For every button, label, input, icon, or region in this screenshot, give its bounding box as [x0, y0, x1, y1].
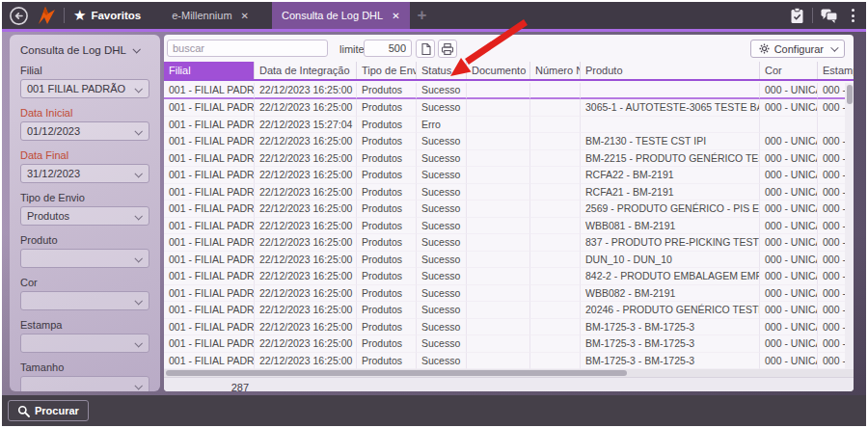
tab-consulta-log-dhl[interactable]: Consulta de Log DHL ✕ [272, 2, 410, 29]
field-label-estampa: Estampa [20, 319, 149, 331]
table-cell: BM-1725-3 - BM-1725-3 [581, 335, 760, 352]
column-header-tipo-de-envio[interactable]: Tipo de Envio [357, 62, 417, 79]
table-row[interactable]: 001 - FILIAL PADRÃO22/12/2023 16:25:00Pr… [164, 302, 854, 318]
clipboard-check-icon[interactable] [789, 7, 805, 25]
table-cell [581, 83, 760, 99]
select-estampa[interactable] [20, 334, 149, 353]
table-cell: Sucesso [417, 335, 467, 352]
select-value: 001 FILIAL PADRÃO [27, 83, 125, 94]
table-row[interactable]: 001 - FILIAL PADRÃO22/12/2023 16:25:00Pr… [164, 234, 854, 251]
chat-bubbles-icon[interactable] [820, 8, 839, 24]
close-icon[interactable]: ✕ [392, 11, 399, 21]
table-header: FilialData de IntegraçãoTipo de EnvioSta… [164, 62, 854, 81]
table-row[interactable]: 001 - FILIAL PADRÃO22/12/2023 16:25:00Pr… [164, 133, 854, 149]
table-row[interactable]: 001 - FILIAL PADRÃO22/12/2023 16:25:00Pr… [164, 268, 854, 284]
limit-input[interactable] [364, 40, 412, 57]
table-cell: Produtos [357, 285, 417, 302]
panel-title[interactable]: Consulta de Log DHL [20, 44, 149, 56]
table-row[interactable]: 001 - FILIAL PADRÃO22/12/2023 16:25:00Pr… [164, 353, 854, 369]
table-cell: 001 - FILIAL PADRÃO [164, 184, 255, 201]
table-cell: 000 - UNICA [760, 285, 818, 302]
table-cell [467, 201, 530, 217]
table-row[interactable]: 001 - FILIAL PADRÃO22/12/2023 16:25:00Pr… [164, 218, 854, 234]
column-header-estampa[interactable]: Estampa [818, 62, 854, 79]
table-cell [467, 252, 530, 268]
table-cell: 000 - UNICA [760, 268, 818, 284]
table-cell: 001 - FILIAL PADRÃO [164, 201, 255, 217]
select-filial[interactable]: 001 FILIAL PADRÃO [20, 79, 149, 98]
new-tab-icon[interactable]: + [418, 6, 427, 25]
table-cell: 000 - UNICA [760, 184, 818, 201]
table-cell: 001 - FILIAL PADRÃO [164, 234, 255, 251]
table-cell [530, 335, 581, 352]
export-document-icon[interactable] [416, 40, 435, 58]
table-cell [530, 184, 581, 201]
table-row[interactable]: 001 - FILIAL PADRÃO22/12/2023 16:25:00Pr… [164, 83, 854, 99]
table-row[interactable]: 001 - FILIAL PADRÃO22/12/2023 16:25:00Pr… [164, 335, 854, 352]
column-header-produto[interactable]: Produto [581, 62, 760, 79]
table-cell: 001 - FILIAL PADRÃO [164, 335, 255, 352]
table-row[interactable]: 001 - FILIAL PADRÃO22/12/2023 16:25:00Pr… [164, 184, 854, 201]
configure-button[interactable]: Configurar [750, 40, 845, 58]
table-cell: 3065-1 - AUTOTESTE-3065 TESTE BARRA 1 [581, 99, 760, 116]
table-row[interactable]: 001 - FILIAL PADRÃO22/12/2023 16:25:00Pr… [164, 150, 854, 167]
configure-label: Configurar [774, 43, 824, 55]
table-cell: 837 - PRODUTO PRE-PICKING TESTE [581, 234, 760, 251]
column-header-documento[interactable]: Documento [467, 62, 530, 79]
select-data-final[interactable]: 31/12/2023 [20, 164, 149, 183]
column-header-status[interactable]: Status [417, 62, 467, 79]
table-cell: 000 - UNICA [760, 99, 818, 116]
select-tamanho[interactable] [20, 376, 149, 391]
chevron-down-icon [134, 254, 142, 262]
table-row[interactable]: 001 - FILIAL PADRÃO22/12/2023 16:25:00Pr… [164, 252, 854, 268]
print-icon[interactable] [438, 40, 457, 58]
column-header-cor[interactable]: Cor [760, 62, 818, 79]
table-cell [467, 353, 530, 369]
horizontal-scrollbar[interactable] [164, 369, 854, 377]
select-cor[interactable] [20, 291, 149, 310]
table-cell: 842-2 - PRODUTO EMBALAGEM EMPILHAVE... [581, 268, 760, 284]
close-icon[interactable]: ✕ [241, 11, 249, 21]
table-cell: 000 - UNICA [760, 302, 818, 318]
table-cell: Sucesso [417, 252, 467, 268]
table-cell: 2569 - PRODUTO GENÉRICO - PIS E COFINS 0… [581, 201, 760, 217]
table-cell: 22/12/2023 16:25:00 [255, 285, 357, 302]
table-cell: RCFA21 - BM-2191 [581, 184, 760, 201]
select-tipo-de-envio[interactable]: Produtos [20, 206, 149, 226]
favorites-label[interactable]: Favoritos [91, 10, 141, 21]
column-header-data-de-integracao[interactable]: Data de Integração [255, 62, 357, 79]
search-submit-button[interactable]: Procurar [8, 400, 89, 421]
table-row[interactable]: 001 - FILIAL PADRÃO22/12/2023 16:25:00Pr… [164, 319, 854, 335]
table-cell: Sucesso [417, 218, 467, 234]
table-cell [467, 218, 530, 234]
divider [812, 8, 813, 23]
select-data-inicial[interactable]: 01/12/2023 [20, 121, 149, 141]
back-icon[interactable] [9, 6, 29, 26]
kebab-menu-icon[interactable] [848, 9, 858, 22]
scrollbar-thumb[interactable] [166, 370, 627, 376]
filter-sidebar: Consulta de Log DHL Filial001 FILIAL PAD… [10, 35, 160, 391]
chevron-down-icon [134, 339, 142, 347]
tab-e-millennium[interactable]: e-Millennium ✕ [162, 2, 258, 29]
table-row[interactable]: 001 - FILIAL PADRÃO22/12/2023 16:25:00Pr… [164, 167, 854, 183]
table-row[interactable]: 001 - FILIAL PADRÃO22/12/2023 16:25:00Pr… [164, 285, 854, 302]
star-icon[interactable]: ★ [73, 7, 86, 24]
column-header-filial[interactable]: Filial [164, 62, 255, 79]
table-cell: WBB081 - BM-2191 [581, 218, 760, 234]
field-label-data-inicial: Data Inicial [20, 107, 149, 119]
search-input[interactable] [167, 40, 328, 57]
select-value: 31/12/2023 [27, 168, 80, 179]
column-header-numero-no[interactable]: Número No... [530, 62, 581, 79]
scrollbar-thumb[interactable] [847, 85, 853, 104]
millennium-logo-icon[interactable] [36, 5, 57, 26]
table-cell: Produtos [357, 133, 417, 149]
select-produto[interactable] [20, 249, 149, 268]
table-row[interactable]: 001 - FILIAL PADRÃO22/12/2023 15:27:04Pr… [164, 117, 854, 133]
table-cell: RCFA22 - BM-2191 [581, 167, 760, 183]
select-value: Produtos [27, 210, 69, 222]
field-label-produto: Produto [20, 234, 149, 246]
table-cell [467, 335, 530, 352]
table-row[interactable]: 001 - FILIAL PADRÃO22/12/2023 16:25:00Pr… [164, 201, 854, 217]
table-row[interactable]: 001 - FILIAL PADRÃO22/12/2023 16:25:00Pr… [164, 99, 854, 116]
vertical-scrollbar[interactable] [845, 83, 854, 369]
